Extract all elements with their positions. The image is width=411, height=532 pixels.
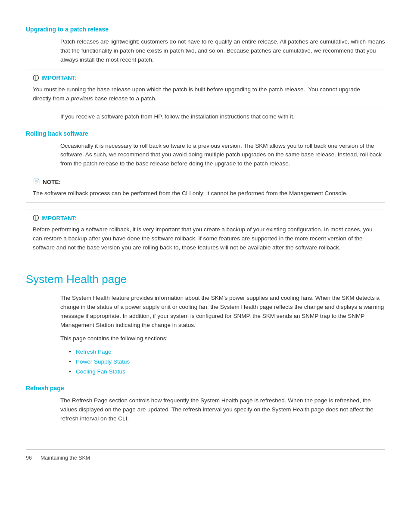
- upgrading-heading: Upgrading to a patch release: [26, 25, 385, 34]
- important-label-2: ⓘ IMPORTANT:: [33, 214, 378, 223]
- refresh-heading: Refresh page: [26, 384, 385, 393]
- list-item-cooling: Cooling Fan Status: [69, 367, 385, 376]
- system-health-body1: The System Health feature provides infor…: [60, 294, 385, 330]
- footer-text: Maintaining the SKM: [40, 454, 90, 462]
- important-box-1: ⓘ IMPORTANT: You must be running the bas…: [26, 69, 385, 108]
- list-item-power: Power Supply Status: [69, 358, 385, 366]
- footer-page-number: 96: [26, 454, 32, 462]
- footer: 96 Maintaining the SKM: [26, 449, 385, 462]
- rolling-body1: Occasionally it is necessary to roll bac…: [60, 142, 385, 169]
- rolling-heading: Rolling back software: [26, 129, 385, 138]
- upgrading-body2: If you receive a software patch from HP,…: [60, 112, 385, 121]
- note-icon-1: 📄: [33, 177, 40, 187]
- important-icon-1: ⓘ: [33, 74, 39, 83]
- important-icon-2: ⓘ: [33, 214, 39, 223]
- refresh-body1: The Refresh Page section controls how fr…: [60, 396, 385, 423]
- important-box-2: ⓘ IMPORTANT: Before performing a softwar…: [26, 209, 385, 257]
- note-box-1: 📄 NOTE: The software rollback process ca…: [26, 173, 385, 203]
- important-body-1: You must be running the base release upo…: [33, 85, 377, 103]
- system-health-heading: System Health page: [26, 271, 385, 288]
- important-body-2: Before performing a software rollback, i…: [33, 225, 377, 252]
- important-label-1: ⓘ IMPORTANT:: [33, 74, 378, 83]
- note-label-1: 📄 NOTE:: [33, 177, 378, 187]
- cooling-fan-link[interactable]: Cooling Fan Status: [76, 368, 125, 375]
- system-health-body2: This page contains the following section…: [60, 334, 385, 343]
- upgrading-body1: Patch releases are lightweight; customer…: [60, 37, 385, 65]
- note-body-1: The software rollback process can be per…: [33, 189, 377, 198]
- system-health-list: Refresh Page Power Supply Status Cooling…: [69, 348, 385, 376]
- power-supply-link[interactable]: Power Supply Status: [76, 358, 130, 365]
- refresh-page-link[interactable]: Refresh Page: [76, 348, 112, 355]
- list-item-refresh: Refresh Page: [69, 348, 385, 356]
